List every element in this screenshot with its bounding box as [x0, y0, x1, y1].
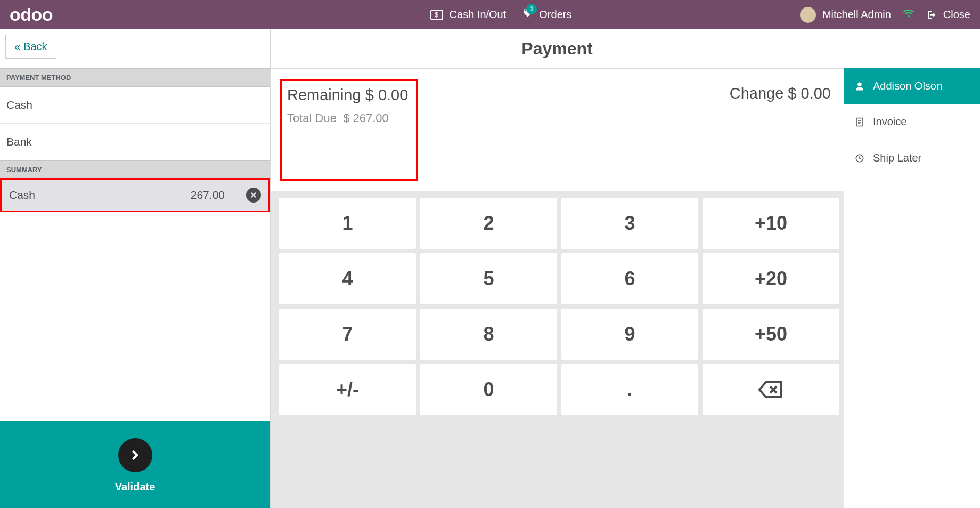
- numkey-4[interactable]: 4: [279, 253, 416, 304]
- left-top-sub: « Back: [0, 29, 270, 68]
- user-name-label: Mitchell Admin: [822, 9, 891, 21]
- topbar-center-group: $ Cash In/Out 1 Orders: [430, 8, 572, 21]
- ship-later-label: Ship Later: [873, 152, 921, 164]
- payment-method-header: PAYMENT METHOD: [0, 68, 270, 87]
- numkey-1[interactable]: 1: [279, 198, 416, 249]
- change-label: Change: [730, 85, 784, 102]
- orders-label: Orders: [539, 9, 571, 21]
- numkey-0[interactable]: 0: [420, 364, 557, 415]
- remaining-highlight: Remaining $ 0.00 Total Due $ 267.00: [280, 79, 418, 181]
- customer-name: Addison Olson: [873, 80, 942, 92]
- numkey-2[interactable]: 2: [420, 198, 557, 249]
- validate-circle-icon: [118, 438, 152, 472]
- change-row: Change $ 0.00: [730, 79, 834, 181]
- numkey-plusminus[interactable]: +/-: [279, 364, 416, 415]
- left-pane: « Back PAYMENT METHOD Cash Bank SUMMARY …: [0, 29, 271, 508]
- person-icon: [854, 82, 865, 91]
- user-menu[interactable]: Mitchell Admin: [800, 7, 891, 23]
- summary-header: SUMMARY: [0, 160, 270, 179]
- numkey-backspace[interactable]: [703, 364, 839, 415]
- invoice-button[interactable]: Invoice: [844, 104, 980, 140]
- payment-title: Payment: [521, 39, 592, 59]
- right-pane: Addison Olson Invoice Ship Later: [844, 68, 980, 508]
- numkey-9[interactable]: 9: [561, 309, 698, 360]
- invoice-label: Invoice: [873, 116, 907, 128]
- back-label: Back: [23, 41, 47, 53]
- cash-box-icon: $: [430, 10, 443, 20]
- invoice-icon: [854, 117, 865, 127]
- wifi-icon: [903, 7, 914, 22]
- total-due-row: Total Due $ 267.00: [287, 111, 408, 125]
- numkey-3[interactable]: 3: [561, 198, 698, 249]
- amounts-box: Remaining $ 0.00 Total Due $ 267.00 Chan…: [271, 69, 844, 191]
- remaining-row: Remaining $ 0.00: [287, 86, 408, 104]
- payment-title-row: Payment: [271, 29, 844, 68]
- center-pane: Payment Remaining $ 0.00 Total Due $ 267…: [271, 29, 844, 508]
- validate-label: Validate: [115, 481, 156, 493]
- chevron-left-icon: «: [14, 41, 20, 53]
- numkey-5[interactable]: 5: [420, 253, 557, 304]
- numkey-dot[interactable]: .: [561, 364, 698, 415]
- top-bar: odoo $ Cash In/Out 1 Orders Mitchell Adm…: [0, 0, 980, 29]
- ship-later-button[interactable]: Ship Later: [844, 140, 980, 176]
- close-label: Close: [943, 9, 970, 21]
- change-value: $ 0.00: [788, 85, 831, 102]
- close-button[interactable]: Close: [926, 9, 970, 21]
- numkey-6[interactable]: 6: [561, 253, 698, 304]
- total-due-label: Total Due: [287, 111, 337, 125]
- total-due-value: $ 267.00: [343, 111, 389, 125]
- numkey-plus50[interactable]: +50: [703, 309, 839, 360]
- payment-method-cash[interactable]: Cash: [0, 87, 270, 124]
- back-button[interactable]: « Back: [5, 35, 56, 59]
- numkey-plus10[interactable]: +10: [703, 198, 839, 249]
- content-area: « Back PAYMENT METHOD Cash Bank SUMMARY …: [0, 29, 980, 508]
- numpad-wrap: 1 2 3 +10 4 5 6 +20 7 8 9 +50 +/- 0 .: [271, 191, 844, 508]
- cash-in-out-button[interactable]: $ Cash In/Out: [430, 9, 507, 21]
- brand-logo: odoo: [10, 4, 53, 25]
- chevron-right-icon: [128, 448, 142, 462]
- numkey-8[interactable]: 8: [420, 309, 557, 360]
- summary-amount: 267.00: [191, 189, 225, 201]
- topbar-right-group: Mitchell Admin Close: [800, 7, 970, 23]
- remove-line-button[interactable]: [246, 188, 261, 203]
- customer-button[interactable]: Addison Olson: [844, 68, 980, 104]
- remaining-value: $ 0.00: [365, 86, 409, 103]
- cash-in-out-label: Cash In/Out: [450, 9, 507, 21]
- summary-line[interactable]: Cash 267.00: [0, 178, 270, 212]
- numpad: 1 2 3 +10 4 5 6 +20 7 8 9 +50 +/- 0 .: [279, 198, 839, 415]
- orders-icon-wrap: 1: [522, 8, 533, 21]
- remaining-label: Remaining: [287, 86, 361, 103]
- summary-method-label: Cash: [9, 189, 35, 201]
- numkey-7[interactable]: 7: [279, 309, 416, 360]
- numkey-plus20[interactable]: +20: [703, 253, 839, 304]
- payment-method-bank[interactable]: Bank: [0, 124, 270, 160]
- left-spacer: [0, 212, 270, 421]
- orders-badge: 1: [526, 4, 537, 14]
- close-icon: [926, 10, 937, 20]
- clock-icon: [854, 154, 865, 163]
- backspace-icon: [758, 380, 784, 399]
- orders-button[interactable]: 1 Orders: [522, 8, 571, 21]
- remove-icon: [250, 191, 257, 199]
- validate-button[interactable]: Validate: [0, 421, 270, 508]
- avatar: [800, 7, 816, 23]
